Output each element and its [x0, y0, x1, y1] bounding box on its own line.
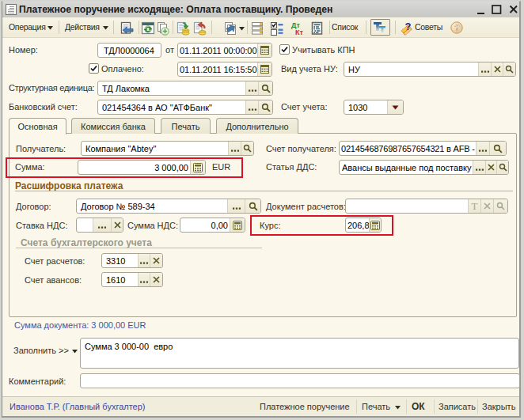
svg-text:Кт: Кт	[295, 28, 303, 36]
svg-text:?: ?	[405, 21, 412, 32]
svg-text:?: ?	[454, 23, 460, 32]
